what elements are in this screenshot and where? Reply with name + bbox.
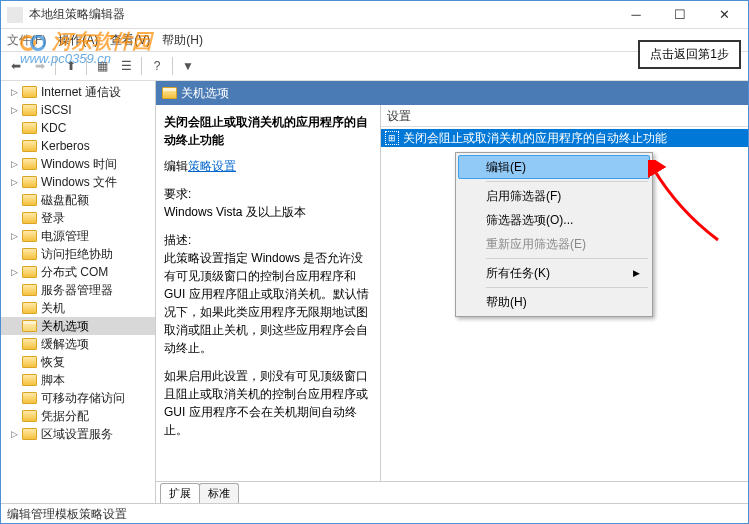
tree-item-label: Kerberos: [41, 139, 90, 153]
tree-item[interactable]: 凭据分配: [1, 407, 155, 425]
ctx-filter-options[interactable]: 筛选器选项(O)...: [458, 208, 650, 232]
setting-row-selected[interactable]: ⊞ 关闭会阻止或取消关机的应用程序的自动终止功能: [381, 129, 748, 147]
tab-standard[interactable]: 标准: [199, 483, 239, 503]
tree-item-label: 脚本: [41, 372, 65, 389]
settings-column-header[interactable]: 设置: [381, 105, 748, 127]
menu-file[interactable]: 文件(F): [7, 32, 46, 49]
tree-item-label: 恢复: [41, 354, 65, 371]
folder-icon: [22, 374, 37, 386]
expand-icon[interactable]: ▷: [9, 267, 20, 278]
up-button[interactable]: ⬆: [60, 55, 82, 77]
folder-icon: [22, 266, 37, 278]
tree-item[interactable]: 可移动存储访问: [1, 389, 155, 407]
leaf-icon: [9, 339, 20, 350]
folder-icon: [22, 302, 37, 314]
leaf-icon: [9, 141, 20, 152]
expand-icon[interactable]: ▷: [9, 105, 20, 116]
menu-action[interactable]: 操作(A): [58, 32, 98, 49]
tree-item-label: 关机: [41, 300, 65, 317]
ctx-reapply-filter: 重新应用筛选器(E): [458, 232, 650, 256]
leaf-icon: [9, 285, 20, 296]
tabs: 扩展 标准: [156, 481, 748, 503]
status-text: 编辑管理模板策略设置: [7, 507, 127, 521]
tree-item[interactable]: 登录: [1, 209, 155, 227]
tab-extended[interactable]: 扩展: [160, 483, 200, 503]
tree-item[interactable]: ▷区域设置服务: [1, 425, 155, 443]
tree-item[interactable]: ▷Windows 时间: [1, 155, 155, 173]
tree-item[interactable]: KDC: [1, 119, 155, 137]
folder-icon: [22, 158, 37, 170]
leaf-icon: [9, 357, 20, 368]
tree-item[interactable]: 关机: [1, 299, 155, 317]
tree-item[interactable]: 服务器管理器: [1, 281, 155, 299]
app-icon: [7, 7, 23, 23]
tree-item[interactable]: ▷Windows 文件: [1, 173, 155, 191]
leaf-icon: [9, 213, 20, 224]
ctx-all-tasks[interactable]: 所有任务(K)▶: [458, 261, 650, 285]
folder-icon: [162, 87, 177, 99]
folder-icon: [22, 212, 37, 224]
description-panel: 关闭会阻止或取消关机的应用程序的自动终止功能 编辑策略设置 要求: Window…: [156, 105, 381, 481]
menu-view[interactable]: 查看(V): [110, 32, 150, 49]
back-button[interactable]: ⬅: [5, 55, 27, 77]
tree-item[interactable]: 脚本: [1, 371, 155, 389]
expand-icon[interactable]: ▷: [9, 159, 20, 170]
folder-icon: [22, 428, 37, 440]
tree-item[interactable]: ▷Internet 通信设: [1, 83, 155, 101]
tree-item[interactable]: 磁盘配额: [1, 191, 155, 209]
tree-item[interactable]: 关机选项: [1, 317, 155, 335]
tree-item[interactable]: ▷电源管理: [1, 227, 155, 245]
description-text-1: 此策略设置指定 Windows 是否允许没有可见顶级窗口的控制台应用程序和 GU…: [164, 249, 372, 357]
tree-item[interactable]: 缓解选项: [1, 335, 155, 353]
tree-item-label: 关机选项: [41, 318, 89, 335]
requirements-label: 要求:: [164, 185, 372, 203]
expand-icon[interactable]: ▷: [9, 429, 20, 440]
folder-icon: [22, 248, 37, 260]
expand-icon[interactable]: ▷: [9, 87, 20, 98]
leaf-icon: [9, 321, 20, 332]
minimize-button[interactable]: ─: [618, 4, 654, 26]
ctx-help[interactable]: 帮助(H): [458, 290, 650, 314]
leaf-icon: [9, 249, 20, 260]
titlebar: 本地组策略编辑器 ─ ☐ ✕: [1, 1, 748, 29]
expand-icon[interactable]: ▷: [9, 231, 20, 242]
folder-icon: [22, 410, 37, 422]
tree-panel[interactable]: ▷Internet 通信设▷iSCSIKDCKerberos▷Windows 时…: [1, 81, 156, 503]
leaf-icon: [9, 375, 20, 386]
return-step1-callout[interactable]: 点击返回第1步: [638, 40, 741, 69]
folder-icon: [22, 230, 37, 242]
tree-item-label: 电源管理: [41, 228, 89, 245]
folder-icon: [22, 140, 37, 152]
close-button[interactable]: ✕: [706, 4, 742, 26]
tree-item-label: 访问拒绝协助: [41, 246, 113, 263]
tree-item-label: 区域设置服务: [41, 426, 113, 443]
edit-policy-link[interactable]: 策略设置: [188, 157, 236, 175]
tree-item[interactable]: 访问拒绝协助: [1, 245, 155, 263]
folder-icon: [22, 356, 37, 368]
expand-icon[interactable]: ▷: [9, 177, 20, 188]
help-icon[interactable]: ?: [146, 55, 168, 77]
statusbar: 编辑管理模板策略设置: [1, 503, 748, 523]
ctx-edit[interactable]: 编辑(E): [458, 155, 650, 179]
tree-item-label: Windows 文件: [41, 174, 117, 191]
filter-icon[interactable]: ▼: [177, 55, 199, 77]
tree-item-label: 服务器管理器: [41, 282, 113, 299]
tree-item[interactable]: 恢复: [1, 353, 155, 371]
folder-icon: [22, 320, 37, 332]
description-label: 描述:: [164, 231, 372, 249]
toolbar: ⬅ ➡ ⬆ ▦ ☰ ? ▼: [1, 51, 748, 81]
tree-item[interactable]: ▷分布式 COM: [1, 263, 155, 281]
tree-item-label: iSCSI: [41, 103, 72, 117]
tree-item-label: 可移动存储访问: [41, 390, 125, 407]
window-title: 本地组策略编辑器: [29, 6, 618, 23]
properties-icon[interactable]: ☰: [115, 55, 137, 77]
show-hide-icon[interactable]: ▦: [91, 55, 113, 77]
tree-item[interactable]: ▷iSCSI: [1, 101, 155, 119]
tree-item[interactable]: Kerberos: [1, 137, 155, 155]
maximize-button[interactable]: ☐: [662, 4, 698, 26]
leaf-icon: [9, 393, 20, 404]
folder-icon: [22, 194, 37, 206]
content-header: 关机选项: [156, 81, 748, 105]
menu-help[interactable]: 帮助(H): [162, 32, 203, 49]
ctx-enable-filter[interactable]: 启用筛选器(F): [458, 184, 650, 208]
